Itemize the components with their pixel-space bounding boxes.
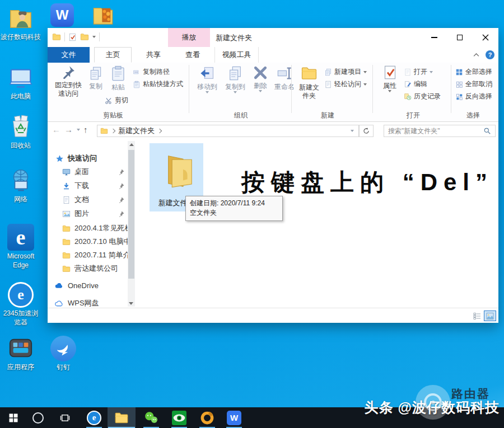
easy-access-button[interactable]: 轻松访问 (324, 79, 367, 89)
pin-to-quick-access-button[interactable]: 固定到快速访问 (52, 65, 85, 98)
move-to-icon (199, 65, 215, 81)
select-none-button[interactable]: 全部取消 (455, 79, 492, 89)
desktop-icon-recycle-bin[interactable]: 回收站 (0, 112, 41, 150)
open-button[interactable]: 打开 (404, 67, 433, 77)
maximize-button[interactable] (447, 28, 473, 47)
sidebar-item-folder[interactable]: 2020.4.1常见死机 (62, 222, 128, 234)
desktop-icon-dingtalk[interactable]: 钉钉 (43, 333, 84, 372)
sidebar-item-onedrive[interactable]: OneDrive (54, 279, 99, 291)
new-folder-icon[interactable] (80, 32, 89, 41)
task-view-button[interactable] (56, 407, 74, 428)
context-tab-play[interactable]: 播放 (168, 28, 210, 47)
sidebar-scrollbar[interactable] (128, 141, 135, 307)
dropdown-icon (430, 71, 433, 73)
paste-button[interactable]: 粘贴 (107, 65, 129, 92)
invert-selection-icon (455, 93, 463, 101)
move-to-button[interactable]: 移动到 (194, 65, 220, 93)
green-eye-icon (172, 411, 186, 425)
refresh-button[interactable] (359, 125, 374, 137)
desktop-icon-apps[interactable]: 应用程序 (0, 333, 41, 372)
tab-home[interactable]: 主页 (94, 47, 132, 63)
taskbar-2345-browser[interactable]: e (84, 407, 104, 428)
qat-dropdown-icon[interactable] (92, 36, 96, 38)
wps-icon: W (50, 3, 74, 27)
breadcrumb-bar[interactable]: 新建文件夹 (97, 125, 359, 137)
desktop-icon-edge[interactable]: e Microsoft Edge (0, 223, 41, 270)
watermark-brand-text: 头条 @波仔数码科技 (365, 398, 500, 417)
pin-icon (118, 182, 125, 189)
taskbar-driver-app[interactable] (169, 407, 189, 428)
taskbar-wps[interactable]: W (224, 407, 244, 428)
easy-access-icon (324, 81, 332, 88)
sidebar-item-pictures[interactable]: 图片 (62, 208, 89, 220)
forward-button[interactable]: → (64, 125, 73, 134)
search-box[interactable]: 搜索"新建文件夹" (384, 125, 496, 137)
scrollbar-thumb[interactable] (128, 150, 134, 279)
up-button[interactable]: ↑ (83, 125, 88, 134)
rename-button[interactable]: 重命名 (272, 65, 297, 91)
select-all-button[interactable]: 全部选择 (455, 67, 492, 77)
tab-video-tools[interactable]: 视频工具 (214, 47, 259, 63)
new-folder-button[interactable]: 新建文件夹 (296, 65, 322, 100)
sidebar-item-documents[interactable]: 文档 (62, 194, 89, 206)
taskbar-wechat[interactable] (141, 407, 161, 428)
tab-file[interactable]: 文件 (48, 47, 90, 63)
properties-button[interactable]: 属性 (379, 65, 400, 92)
minimize-button[interactable] (421, 28, 447, 47)
edge-icon: e (0, 223, 41, 251)
sidebar-item-label: 文档 (74, 195, 89, 205)
quick-access-toolbar (52, 32, 100, 41)
tab-view[interactable]: 查看 (175, 47, 210, 63)
sidebar-item-downloads[interactable]: 下载 (62, 180, 89, 192)
collapse-ribbon-icon[interactable] (472, 51, 480, 59)
history-button[interactable]: 历史记录 (404, 92, 441, 101)
desktop-icon-2345-browser[interactable]: e 2345加速浏览器 (0, 280, 41, 327)
copy-button[interactable]: 复制 (86, 66, 106, 91)
new-folder-item-icon[interactable] (157, 147, 197, 195)
edit-icon (404, 81, 412, 88)
scroll-up-icon[interactable] (129, 143, 134, 146)
address-dropdown-icon[interactable] (351, 130, 354, 132)
desktop-icon-flower-folder[interactable] (91, 4, 115, 27)
tab-share[interactable]: 共享 (136, 47, 171, 63)
back-button[interactable]: ← (52, 125, 60, 134)
sidebar-item-folder[interactable]: 营达建筑公司 (62, 262, 128, 275)
help-button[interactable]: ? (486, 50, 494, 59)
close-button[interactable] (473, 28, 498, 47)
search-icon[interactable] (483, 127, 491, 135)
title-bar[interactable]: 播放 新建文件夹 (48, 28, 498, 47)
copy-path-icon (133, 68, 141, 76)
new-item-button[interactable]: 新建项目 (324, 67, 367, 77)
taskbar-file-explorer-active[interactable] (108, 407, 136, 428)
breadcrumb[interactable]: 新建文件夹 (118, 126, 155, 136)
copy-path-button[interactable]: 复制路径 (133, 67, 170, 77)
file-explorer-icon (114, 411, 129, 425)
desktop-icon-network[interactable]: 网络 (0, 166, 41, 204)
delete-button[interactable]: 删除 (250, 65, 270, 92)
edit-button[interactable]: 编辑 (404, 79, 427, 89)
taskbar-orange-ring-app[interactable] (197, 407, 217, 428)
invert-selection-button[interactable]: 反向选择 (455, 92, 492, 101)
desktop-icon-this-pc[interactable]: 此电脑 (0, 63, 41, 101)
thumbnail-view-button[interactable] (484, 311, 496, 321)
desktop-icon-user-folder[interactable]: 波仔数码科技 (0, 3, 41, 42)
paste-shortcut-button[interactable]: 粘贴快捷方式 (133, 79, 183, 89)
desktop-icon-wps[interactable]: W (50, 3, 74, 27)
sidebar-item-folder[interactable]: 2020.7.11 简单介 (62, 249, 128, 261)
cortana-search-button[interactable] (29, 407, 47, 428)
sidebar-item-quick-access[interactable]: 快速访问 (55, 152, 97, 164)
start-button[interactable] (4, 407, 22, 428)
details-view-button[interactable] (471, 311, 483, 321)
desktop-icon-label: 此电脑 (0, 92, 41, 101)
copy-to-icon (227, 65, 243, 81)
cut-button[interactable]: 剪切 (105, 96, 128, 105)
nav-history-dropdown-icon[interactable] (77, 129, 80, 131)
copy-to-button[interactable]: 复制到 (222, 65, 248, 93)
dingtalk-icon (43, 333, 84, 361)
folder-icon[interactable] (52, 32, 61, 41)
scroll-down-icon[interactable] (129, 302, 133, 305)
properties-icon[interactable] (68, 33, 77, 41)
sidebar-item-folder[interactable]: 2020.7.10 电脑中 (62, 236, 128, 248)
sidebar-item-label: 快速访问 (68, 153, 97, 163)
sidebar-item-desktop[interactable]: 桌面 (62, 166, 89, 178)
